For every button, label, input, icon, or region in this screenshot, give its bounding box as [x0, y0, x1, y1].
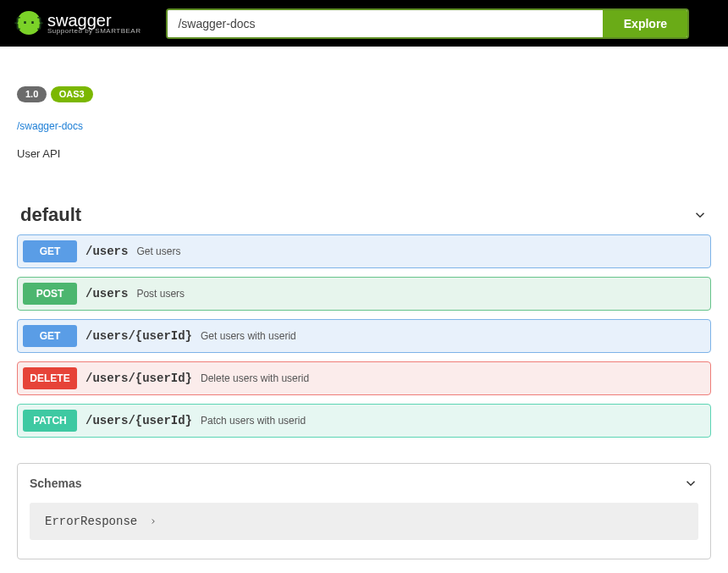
- operation-summary: Get users: [136, 245, 180, 257]
- chevron-down-icon: [692, 207, 708, 223]
- schemas-section: Schemas ErrorResponse: [17, 463, 711, 559]
- method-badge: DELETE: [23, 367, 77, 389]
- operation-path: /users/{userId}: [85, 414, 192, 427]
- chevron-down-icon: [683, 476, 698, 491]
- operation-row[interactable]: PATCH/users/{userId}Patch users with use…: [17, 404, 711, 438]
- method-badge: GET: [23, 240, 77, 262]
- schemas-list: ErrorResponse: [30, 503, 698, 540]
- operation-row[interactable]: POST/usersPost users: [17, 277, 711, 311]
- operation-row[interactable]: GET/users/{userId}Get users with userid: [17, 319, 711, 353]
- logo-subtext: Supported by SMARTBEAR: [47, 28, 141, 36]
- main-content: 1.0 OAS3 /swagger-docs User API default …: [0, 47, 728, 573]
- info-badges: 1.0 OAS3: [17, 85, 711, 102]
- operation-path: /users: [85, 287, 128, 300]
- operation-row[interactable]: GET/usersGet users: [17, 234, 711, 268]
- operation-path: /users: [85, 245, 128, 258]
- operations-list: GET/usersGet usersPOST/usersPost usersGE…: [17, 234, 711, 438]
- oas-badge: OAS3: [51, 86, 93, 102]
- search-bar: Explore: [166, 8, 689, 39]
- schema-item[interactable]: ErrorResponse: [30, 503, 698, 540]
- operation-row[interactable]: DELETE/users/{userId}Delete users with u…: [17, 361, 711, 395]
- operation-path: /users/{userId}: [85, 372, 192, 385]
- api-description: User API: [17, 147, 711, 160]
- method-badge: GET: [23, 325, 77, 347]
- version-badge: 1.0: [17, 86, 47, 102]
- spec-url-input[interactable]: [168, 10, 603, 37]
- method-badge: PATCH: [23, 410, 77, 432]
- operation-summary: Post users: [136, 288, 185, 300]
- operation-path: /users/{userId}: [85, 329, 192, 343]
- schemas-title: Schemas: [30, 477, 81, 490]
- operation-summary: Get users with userid: [201, 330, 296, 342]
- swagger-logo-icon: {··}: [17, 11, 41, 35]
- schema-name: ErrorResponse: [45, 515, 137, 528]
- swagger-logo[interactable]: {··} swagger Supported by SMARTBEAR: [17, 11, 141, 36]
- tag-name: default: [20, 204, 81, 226]
- explore-button[interactable]: Explore: [603, 10, 687, 37]
- tag-header-default[interactable]: default: [17, 201, 711, 234]
- schemas-header[interactable]: Schemas: [30, 476, 698, 491]
- operation-summary: Delete users with userid: [201, 372, 309, 384]
- chevron-right-icon: [149, 517, 157, 526]
- operation-summary: Patch users with userid: [201, 415, 306, 427]
- method-badge: POST: [23, 283, 77, 305]
- topbar: {··} swagger Supported by SMARTBEAR Expl…: [0, 0, 728, 47]
- docs-link[interactable]: /swagger-docs: [17, 120, 83, 132]
